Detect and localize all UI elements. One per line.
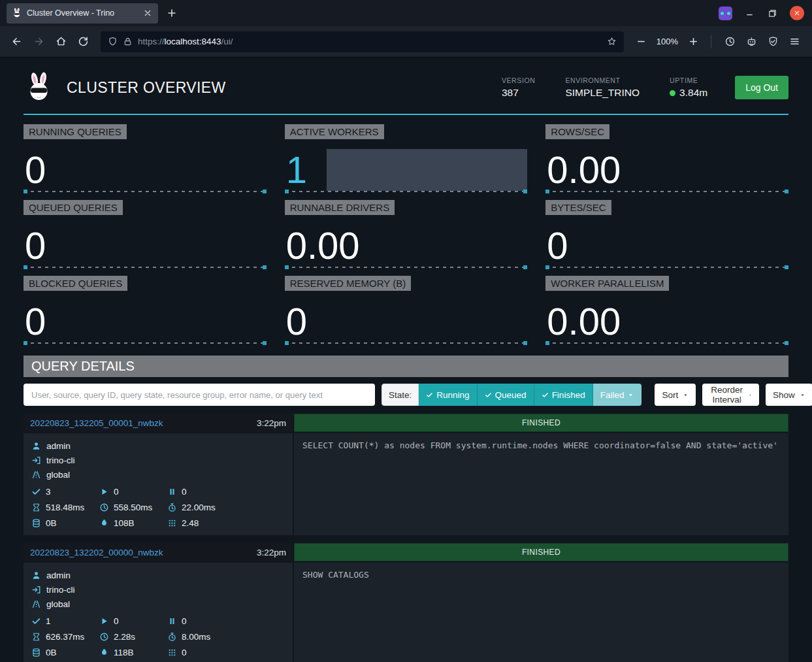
window-minimize-button[interactable] [744,8,755,19]
completed-splits-icon [31,616,41,626]
reorder-interval-dropdown[interactable]: Reorder Interval [702,384,759,406]
query-row: 20220823_132202_00000_nwbzk 3:22pm FINIS… [24,543,788,662]
query-sql-text: SHOW CATALOGS [294,563,788,662]
cluster-header: CLUSTER OVERVIEW VERSION 387 ENVIRONMENT… [24,61,788,114]
metric-label: ROWS/SEC [545,124,609,139]
parallelism: 2.48 [182,518,199,528]
metric-value: 0 [25,227,46,265]
wall-time: 2.28s [114,632,135,642]
metric-label: WORKER PARALLELISM [545,276,669,291]
query-id-cell: 20220823_132202_00000_nwbzk 3:22pm [24,543,293,561]
metric-label: BLOCKED QUERIES [24,276,127,291]
reload-button[interactable] [73,32,93,52]
metric-value: 0.00 [547,303,621,340]
zoom-out-button[interactable] [632,32,651,52]
metric-bytes-sec: BYTES/SEC 0 [545,200,788,271]
tracking-protection-shield-icon[interactable] [108,37,118,46]
trino-logo [24,72,55,103]
query-id-cell: 20220823_132205_00001_nwbzk 3:22pm [24,414,293,432]
cpu-time: 22.00ms [182,503,216,512]
metric-label: RUNNABLE DRIVERS [285,200,395,215]
check-icon [542,391,549,399]
header-divider [24,114,788,115]
metric-label: RESERVED MEMORY (B) [285,276,412,291]
resource-group-icon [31,599,41,609]
chevron-down-icon [683,392,689,398]
query-row: 20220823_132205_00001_nwbzk 3:22pm FINIS… [24,414,788,535]
check-icon [426,391,433,399]
sparkline [285,342,528,344]
metric-label: QUEUED QUERIES [24,200,123,215]
state-filter-finished[interactable]: Finished [534,384,593,406]
environment-stat: ENVIRONMENT SIMPLE_TRINO [565,76,640,99]
uptime-stat: UPTIME 3.84m [670,76,707,99]
protections-shield-icon[interactable] [768,36,779,47]
queued-splits: 0 [182,487,187,497]
cpu-time: 8.00ms [182,632,210,642]
window-restore-button[interactable] [767,8,778,19]
query-resource-group: global [46,470,70,480]
zoom-level[interactable]: 100% [657,37,678,46]
cumulative-memory: 108B [114,518,135,528]
version-label: VERSION [502,76,535,84]
extension-robot-icon[interactable] [746,36,757,47]
wall-time-icon [99,632,109,642]
query-id-link[interactable]: 20220823_132205_00001_nwbzk [30,418,163,428]
memory-icon [31,648,41,657]
forward-button[interactable] [29,32,48,52]
back-button[interactable] [7,32,26,52]
state-filter-group: State: Running Queued Finished Failed [382,384,641,406]
queued-time: 518.48ms [46,503,84,512]
queued-splits-icon [167,616,177,626]
query-time: 3:22pm [257,418,286,428]
window-close-button[interactable] [790,6,804,20]
parallelism: 0 [182,648,187,657]
logout-button[interactable]: Log Out [735,76,788,99]
tab-close-icon[interactable] [142,8,153,18]
state-filter-queued[interactable]: Queued [478,384,534,406]
cumulative-memory-icon [99,518,109,528]
query-id-link[interactable]: 20220823_132202_00000_nwbzk [30,548,163,557]
environment-label: ENVIRONMENT [565,76,640,84]
query-meta-panel: admin trino-cli global 1 0 0 626.37ms 2.… [24,563,293,662]
query-status-badge: FINISHED [294,414,788,432]
query-search-input[interactable] [24,384,375,406]
query-source: trino-cli [46,585,75,595]
show-dropdown[interactable]: Show [766,384,812,406]
completed-splits: 3 [46,487,51,497]
wall-time-icon [99,503,109,512]
url-host: localhost:8443 [165,37,221,46]
running-splits: 0 [114,487,119,497]
wall-time: 558.50ms [114,503,152,512]
metric-value: 0.00 [547,151,621,189]
url-bar[interactable]: https://localhost:8443/ui/ [101,31,624,52]
history-clock-icon[interactable] [724,36,736,47]
queued-splits: 0 [182,616,187,626]
bookmark-star-icon[interactable] [607,37,617,46]
state-filter-failed-dropdown[interactable]: Failed [593,384,642,406]
sparkline [285,267,528,268]
lock-icon[interactable] [123,37,133,46]
metric-runnable-drivers: RUNNABLE DRIVERS 0.00 [285,200,528,271]
state-filter-running[interactable]: Running [419,384,477,406]
page-title: CLUSTER OVERVIEW [67,79,226,97]
new-tab-button[interactable] [166,7,178,19]
metric-reserved-memory: RESERVED MEMORY (B) 0 [285,276,528,346]
tab-bar: Cluster Overview - Trino [0,0,812,26]
toolbar-separator [711,35,711,48]
menu-hamburger-icon[interactable] [789,36,800,47]
metric-queued-queries: QUEUED QUERIES 0 [24,200,267,271]
running-splits: 0 [114,616,119,626]
uptime-value: 3.84m [679,87,707,99]
state-filter-label: State: [382,384,419,406]
home-button[interactable] [51,32,71,52]
sparkline [24,191,267,192]
query-status-badge: FINISHED [294,543,788,561]
navigation-toolbar: https://localhost:8443/ui/ 100% [0,26,812,58]
zoom-in-button[interactable] [683,32,703,52]
sort-dropdown[interactable]: Sort [655,384,696,406]
extension-icon[interactable] [719,7,732,20]
browser-tab[interactable]: Cluster Overview - Trino [7,3,158,24]
metric-label: BYTES/SEC [545,200,611,215]
metric-running-queries: RUNNING QUERIES 0 [24,124,267,195]
